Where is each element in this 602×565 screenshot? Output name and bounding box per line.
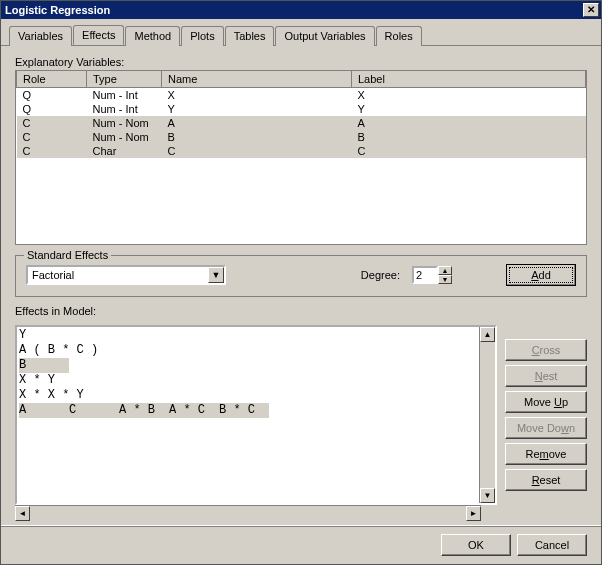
table-row[interactable]: CCharCC	[17, 144, 586, 158]
list-item[interactable]: Y	[19, 328, 477, 343]
list-item[interactable]: A * C	[169, 403, 219, 418]
horizontal-scrollbar[interactable]: ◄ ►	[15, 505, 481, 521]
table-row[interactable]: CNum - NomBB	[17, 130, 586, 144]
window-title: Logistic Regression	[5, 4, 583, 16]
list-item[interactable]: A	[19, 403, 69, 418]
side-button-group: Cross Nest Move Up Move Down Remove Rese…	[505, 325, 587, 521]
tab-roles[interactable]: Roles	[376, 26, 422, 46]
effect-type-combo[interactable]: Factorial ▼	[26, 265, 226, 285]
tab-plots[interactable]: Plots	[181, 26, 223, 46]
tab-effects[interactable]: Effects	[73, 25, 124, 45]
table-row[interactable]: QNum - IntYY	[17, 102, 586, 116]
spin-down-icon[interactable]: ▼	[438, 275, 452, 284]
table-row[interactable]: QNum - IntXX	[17, 88, 586, 103]
list-item[interactable]: B * C	[219, 403, 269, 418]
list-item[interactable]: A ( B * C )	[19, 343, 477, 358]
scroll-down-icon[interactable]: ▼	[480, 488, 495, 503]
reset-button[interactable]: Reset	[505, 469, 587, 491]
tab-output-variables[interactable]: Output Variables	[275, 26, 374, 46]
scroll-up-icon[interactable]: ▲	[480, 327, 495, 342]
move-up-button[interactable]: Move Up	[505, 391, 587, 413]
tab-panel-effects: Explanatory Variables: Role Type Name La…	[1, 46, 601, 525]
tab-strip: Variables Effects Method Plots Tables Ou…	[1, 19, 601, 46]
degree-input[interactable]	[412, 266, 438, 284]
remove-button[interactable]: Remove	[505, 443, 587, 465]
effects-listbox[interactable]: YA ( B * C )BX * YX * X * YACA * BA * CB…	[15, 325, 497, 505]
explanatory-label: Explanatory Variables:	[15, 56, 587, 68]
standard-effects-group: Standard Effects Factorial ▼ Degree: ▲ ▼…	[15, 255, 587, 297]
standard-effects-legend: Standard Effects	[24, 249, 111, 261]
add-button[interactable]: Add	[506, 264, 576, 286]
list-item[interactable]: C	[69, 403, 119, 418]
effects-in-model-label: Effects in Model:	[15, 305, 587, 317]
col-type[interactable]: Type	[87, 71, 162, 88]
scroll-left-icon[interactable]: ◄	[15, 506, 30, 521]
chevron-down-icon[interactable]: ▼	[208, 267, 224, 283]
cancel-button[interactable]: Cancel	[517, 534, 587, 556]
cross-button[interactable]: Cross	[505, 339, 587, 361]
scroll-right-icon[interactable]: ►	[466, 506, 481, 521]
tab-tables[interactable]: Tables	[225, 26, 275, 46]
dialog-footer: OK Cancel	[1, 525, 601, 564]
list-item[interactable]: B	[19, 358, 69, 373]
combo-value: Factorial	[32, 269, 74, 281]
tab-variables[interactable]: Variables	[9, 26, 72, 46]
table-row[interactable]: CNum - NomAA	[17, 116, 586, 130]
dialog-window: Logistic Regression ✕ Variables Effects …	[0, 0, 602, 565]
degree-spinner[interactable]: ▲ ▼	[412, 266, 452, 284]
col-label[interactable]: Label	[352, 71, 586, 88]
close-icon[interactable]: ✕	[583, 3, 599, 17]
list-item[interactable]: A * B	[119, 403, 169, 418]
nest-button[interactable]: Nest	[505, 365, 587, 387]
degree-label: Degree:	[361, 269, 400, 281]
title-bar: Logistic Regression ✕	[1, 1, 601, 19]
explanatory-table[interactable]: Role Type Name Label QNum - IntXXQNum - …	[15, 70, 587, 245]
list-item[interactable]: X * X * Y	[19, 388, 477, 403]
spin-up-icon[interactable]: ▲	[438, 266, 452, 275]
col-name[interactable]: Name	[162, 71, 352, 88]
list-item[interactable]: X * Y	[19, 373, 477, 388]
tab-method[interactable]: Method	[125, 26, 180, 46]
col-role[interactable]: Role	[17, 71, 87, 88]
vertical-scrollbar[interactable]: ▲ ▼	[479, 327, 495, 503]
ok-button[interactable]: OK	[441, 534, 511, 556]
move-down-button[interactable]: Move Down	[505, 417, 587, 439]
